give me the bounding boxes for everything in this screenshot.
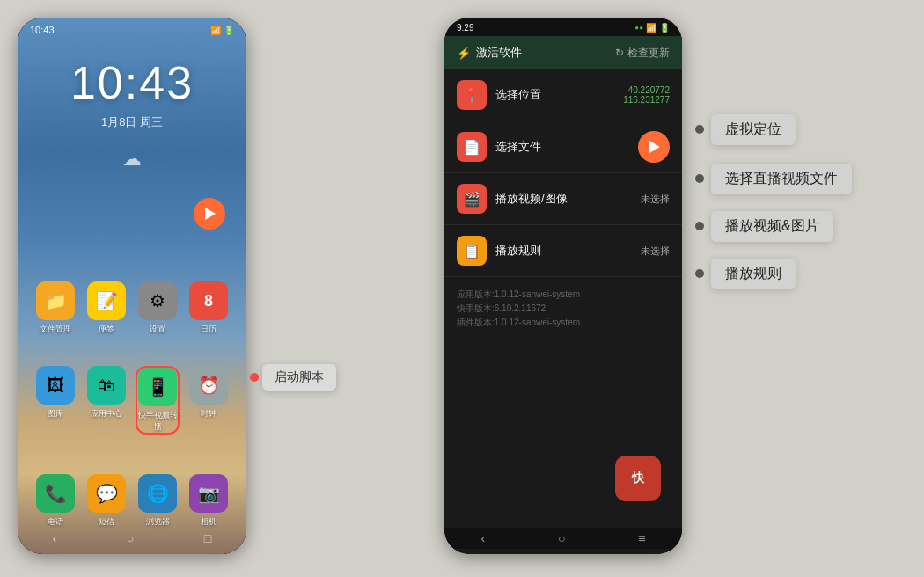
app-calendar[interactable]: 8 日历 [187,281,231,335]
app-clock[interactable]: ⏰ 时钟 [187,366,231,435]
dock-camera[interactable]: 📷 相机 [187,474,231,528]
dock: 📞 电话 💬 短信 🌐 浏览器 📷 相机 [26,474,238,528]
menu-item-rule[interactable]: 📋 播放规则 未选择 [444,225,682,277]
left-phone-screen: 10:43 📶 🔋 10:43 1月8日 周三 ☁ 📁 文件管理 📝 便签 ⚙ [18,18,246,554]
menu-item-location[interactable]: 📍 选择位置 40.220772116.231277 [444,69,682,121]
app-gallery[interactable]: 🖼 图库 [33,366,77,435]
refresh-icon: ↻ [615,47,624,59]
left-clock: 10:43 [18,39,246,109]
kuaishou-icon[interactable]: 快 [615,456,661,501]
right-nav-bar: ‹ ○ ≡ [444,528,682,549]
left-nav-bar: ‹ ○ □ [18,528,246,549]
callout-start-script: 启动脚本 [262,364,336,391]
left-weather: ☁ [18,148,246,171]
right-nav-home[interactable]: ○ [558,531,565,545]
right-phone: 9:29 ●● 📶 🔋 ⚡ 激活软件 ↻ 检查更新 📍 选择位置 40.2207 [444,18,682,554]
menu-item-file[interactable]: 📄 选择文件 未选择 [444,121,682,173]
callout-dot-left [250,373,259,382]
left-phone: 10:43 📶 🔋 10:43 1月8日 周三 ☁ 📁 文件管理 📝 便签 ⚙ [18,18,246,554]
video-icon: 🎬 [457,184,487,214]
app-settings[interactable]: ⚙ 设置 [136,281,180,335]
right-status-time: 9:29 [457,23,473,33]
rule-icon: 📋 [457,236,487,266]
app-store[interactable]: 🛍 应用中心 [84,366,128,435]
dot-select-video [695,174,704,183]
right-nav-recent[interactable]: ≡ [638,531,645,545]
dock-browser[interactable]: 🌐 浏览器 [136,474,180,528]
dock-phone[interactable]: 📞 电话 [33,474,77,528]
nav-home[interactable]: ○ [127,531,134,545]
label-play-rule: 播放规则 [711,259,796,289]
dot-play-rule [695,269,704,278]
right-status-bar: 9:29 ●● 📶 🔋 [444,18,682,36]
label-play-video: 播放视频&图片 [711,211,833,242]
play-button-left[interactable] [194,198,225,230]
location-value: 40.220772116.231277 [623,85,670,105]
nav-back[interactable]: ‹ [53,531,57,545]
right-nav-back[interactable]: ‹ [480,531,485,545]
label-select-video: 选择直播视频文件 [711,164,852,194]
app-notes[interactable]: 📝 便签 [84,281,128,335]
app-header-title-group: ⚡ 激活软件 [457,45,522,61]
app-title: 激活软件 [476,45,522,61]
file-icon: 📄 [457,132,487,162]
right-status-icons: ●● 📶 🔋 [634,23,670,33]
dock-sms[interactable]: 💬 短信 [84,474,128,528]
dot-play-video [695,222,704,230]
menu-item-video[interactable]: 🎬 播放视频/图像 未选择 [444,173,682,225]
label-virtual-location: 虚拟定位 [711,114,796,145]
apps-grid-row2: 🖼 图库 🛍 应用中心 📱 快手视频转播 ⏰ 时钟 [26,366,238,435]
dot-virtual-location [695,125,704,134]
app-file-manager[interactable]: 📁 文件管理 [33,281,77,335]
play-button-right[interactable] [638,131,670,163]
left-date: 1月8日 周三 [18,114,246,130]
app-check-update[interactable]: ↻ 检查更新 [615,46,670,61]
lightning-icon: ⚡ [457,47,471,60]
nav-recent[interactable]: □ [204,531,211,545]
version-info: 应用版本:1.0.12-sanwei-system 快手版本:6.10.2.11… [444,277,682,340]
left-status-bar: 10:43 📶 🔋 [18,18,246,39]
left-status-time: 10:43 [30,25,55,35]
app-kuaishou-script[interactable]: 📱 快手视频转播 [136,366,180,435]
left-status-icons: 📶 🔋 [210,26,234,35]
app-header: ⚡ 激活软件 ↻ 检查更新 [444,36,682,69]
location-icon: 📍 [457,80,487,110]
apps-grid-row1: 📁 文件管理 📝 便签 ⚙ 设置 8 日历 [26,281,238,335]
right-phone-screen: 9:29 ●● 📶 🔋 ⚡ 激活软件 ↻ 检查更新 📍 选择位置 40.2207 [444,18,682,554]
